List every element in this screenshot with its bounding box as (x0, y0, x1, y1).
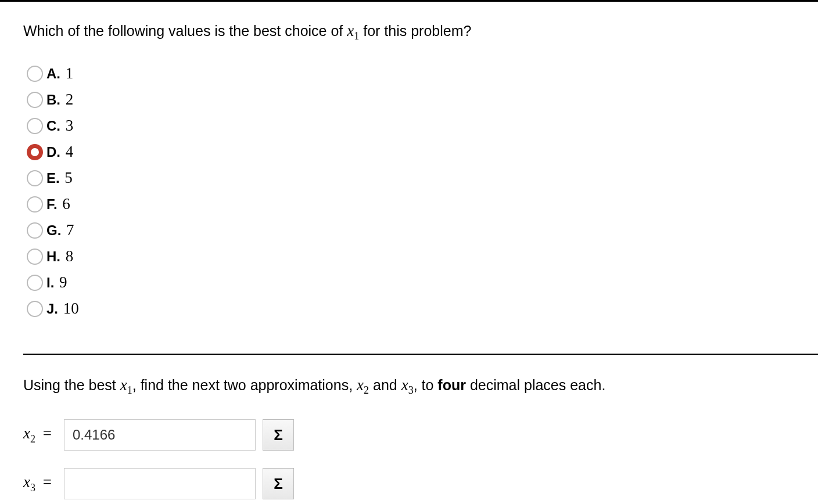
sigma-button-x2[interactable]: Σ (263, 419, 294, 451)
choice-value: 2 (66, 91, 74, 108)
choice-value: 8 (66, 247, 74, 265)
choice-c[interactable]: C. 3 (27, 117, 795, 135)
radio-e[interactable] (27, 170, 43, 186)
x3-var: x (23, 473, 30, 491)
choice-h[interactable]: H. 8 (27, 247, 795, 265)
radio-i[interactable] (27, 275, 43, 291)
radio-f[interactable] (27, 196, 43, 213)
question-section: Which of the following values is the bes… (0, 2, 818, 340)
choice-value: 6 (62, 195, 70, 213)
ins-p2: , find the next two approximations, (132, 377, 357, 393)
q1-var: x (347, 22, 354, 39)
choice-value: 9 (59, 273, 67, 291)
choice-value: 3 (66, 117, 74, 134)
ins-p5: decimal places each. (466, 377, 605, 393)
choice-g[interactable]: G. 7 (27, 221, 795, 239)
choice-i[interactable]: I. 9 (27, 273, 795, 291)
choice-letter: I. (46, 275, 54, 290)
ins-p4: , to (414, 377, 438, 393)
x2-var: x (23, 424, 30, 442)
x3-label: x3 = (23, 473, 57, 494)
choice-letter: H. (46, 249, 60, 264)
ins-x1s: 1 (127, 384, 132, 396)
radio-a[interactable] (27, 66, 43, 82)
choice-letter: A. (46, 66, 60, 81)
question-1-text: Which of the following values is the bes… (23, 20, 795, 44)
choice-value: 10 (63, 300, 79, 317)
mid-divider (23, 354, 818, 355)
ins-bold: four (437, 377, 466, 393)
choice-letter: G. (46, 222, 61, 238)
ins-x3v: x (401, 376, 408, 394)
radio-g[interactable] (27, 222, 43, 239)
choice-value: 7 (66, 221, 74, 239)
choices-list: A. 1B. 2C. 3D. 4E. 5F. 6G. 7H. 8I. 9J. 1… (27, 64, 795, 318)
answer-row-x3: x3 = Σ (23, 468, 818, 499)
ins-x1v: x (120, 376, 127, 394)
choice-j[interactable]: J. 10 (27, 300, 795, 318)
choice-letter: C. (46, 118, 60, 134)
x3-sub: 3 (30, 482, 35, 494)
answer-row-x2: x2 = Σ (23, 419, 818, 451)
instruction-text: Using the best x1, find the next two app… (23, 373, 818, 398)
ins-x2s: 2 (364, 384, 369, 396)
choice-a[interactable]: A. 1 (27, 64, 795, 82)
ins-p3: and (369, 377, 401, 393)
ins-p1: Using the best (23, 377, 120, 393)
q1-sub: 1 (354, 30, 359, 42)
x2-input[interactable] (64, 419, 256, 451)
radio-b[interactable] (27, 92, 43, 108)
radio-h[interactable] (27, 249, 43, 265)
ins-x2v: x (357, 376, 364, 394)
x2-eq: = (43, 424, 52, 442)
sigma-button-x3[interactable]: Σ (263, 468, 294, 499)
radio-c[interactable] (27, 118, 43, 134)
choice-value: 5 (64, 169, 73, 186)
choice-d[interactable]: D. 4 (27, 143, 795, 161)
x2-sub: 2 (30, 433, 35, 445)
choice-letter: J. (46, 301, 58, 316)
choice-letter: D. (46, 144, 60, 160)
choice-b[interactable]: B. 2 (27, 91, 795, 109)
x3-eq: = (43, 473, 52, 491)
q1-prefix: Which of the following values is the bes… (23, 23, 347, 39)
choice-letter: E. (46, 170, 60, 186)
q1-suffix: for this problem? (359, 23, 471, 39)
choice-f[interactable]: F. 6 (27, 195, 795, 213)
choice-value: 4 (66, 143, 74, 160)
choice-letter: F. (46, 196, 58, 212)
choice-letter: B. (46, 92, 60, 107)
radio-j[interactable] (27, 301, 43, 317)
radio-d[interactable] (27, 144, 43, 160)
choice-value: 1 (66, 64, 74, 82)
x3-input[interactable] (64, 468, 256, 499)
choice-e[interactable]: E. 5 (27, 169, 795, 187)
x2-label: x2 = (23, 424, 57, 445)
ins-x3s: 3 (408, 384, 414, 396)
